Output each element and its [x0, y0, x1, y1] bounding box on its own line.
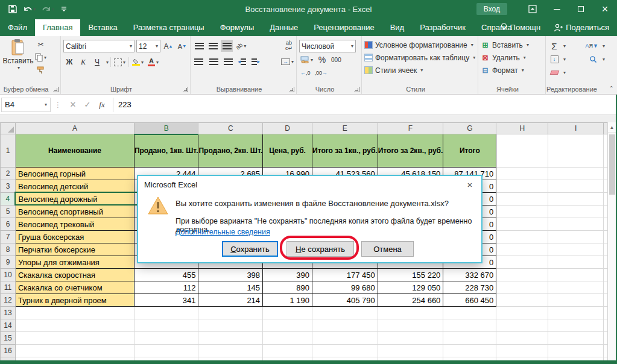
cell-F1[interactable]: Итого за 2кв., руб. — [378, 134, 443, 168]
align-right-icon[interactable] — [221, 55, 234, 67]
row-header-9[interactable]: 9 — [1, 256, 16, 269]
cut-icon[interactable]: ✂ — [34, 39, 48, 51]
row-header-2[interactable]: 2 — [1, 168, 16, 180]
number-format-select[interactable]: Числовой▾ — [299, 40, 356, 52]
cell-A9[interactable]: Упоры для отжимания — [15, 256, 134, 269]
tab-review[interactable]: Рецензирование — [306, 19, 382, 36]
cell-A11[interactable]: Скакалка со счетчиком — [15, 281, 134, 294]
percent-icon[interactable]: % — [316, 54, 328, 66]
cell-C13[interactable] — [198, 307, 263, 319]
cell-B16[interactable] — [134, 345, 198, 357]
cell-D12[interactable]: 1 190 — [263, 294, 312, 307]
cell-F12[interactable]: 254 660 — [378, 294, 443, 307]
align-middle-icon[interactable] — [207, 40, 219, 52]
row-header-15[interactable]: 15 — [1, 332, 16, 345]
format-painter-icon[interactable] — [34, 64, 48, 76]
cell-G11[interactable]: 228 730 — [443, 281, 496, 294]
decrease-indent-icon[interactable]: ◂ — [236, 55, 248, 67]
cell-H16[interactable] — [496, 345, 548, 357]
row-header-11[interactable]: 11 — [1, 281, 16, 294]
column-header-G[interactable]: G — [443, 123, 496, 134]
cell-G1[interactable]: Итого — [443, 134, 496, 168]
scrollbar-up-icon[interactable]: ▲ — [608, 122, 616, 133]
row-header-7[interactable]: 7 — [1, 231, 16, 243]
cell-H11[interactable] — [496, 281, 548, 294]
cell-A13[interactable] — [15, 307, 134, 319]
undo-icon[interactable]: ▾ — [23, 5, 36, 13]
column-header-F[interactable]: F — [378, 123, 443, 134]
font-size-select[interactable]: 12▾ — [136, 40, 160, 52]
cell-G14[interactable] — [443, 319, 496, 332]
decrease-decimal-icon[interactable]: ,00→ — [314, 67, 329, 79]
cancel-entry-icon[interactable]: ✕ — [66, 100, 80, 109]
align-center-icon[interactable] — [207, 55, 220, 67]
cell-A8[interactable]: Перчатки боксерские — [15, 243, 134, 256]
cell-E14[interactable] — [312, 319, 378, 332]
decrease-font-size-icon[interactable]: A▼ — [176, 40, 188, 52]
row-header-8[interactable]: 8 — [1, 243, 16, 256]
cell-F14[interactable] — [378, 319, 443, 332]
italic-button[interactable]: К — [77, 56, 89, 68]
cell-I16[interactable] — [548, 345, 604, 357]
close-button[interactable]: × — [593, 0, 617, 18]
borders-icon[interactable]: ▾ — [113, 56, 127, 68]
row-header-4[interactable]: 4 — [1, 193, 16, 206]
paste-button[interactable]: Вставить ▾ — [2, 39, 34, 76]
cell-H3[interactable] — [496, 180, 548, 193]
align-top-icon[interactable] — [193, 40, 205, 52]
font-family-select[interactable]: Calibri▾ — [63, 40, 134, 52]
cell-I2[interactable] — [548, 168, 604, 180]
cell-C16[interactable] — [198, 345, 263, 357]
insert-cells-button[interactable]: ⊞ Вставить▾ — [481, 39, 544, 51]
cell-A5[interactable]: Велосипед спортивный — [15, 206, 134, 218]
cell-I11[interactable] — [548, 281, 604, 294]
cell-styles-button[interactable]: Стили ячеек▾ — [364, 64, 476, 77]
tab-insert[interactable]: Вставка — [80, 19, 125, 36]
dialog-close-icon[interactable]: × — [460, 176, 480, 193]
cell-H4[interactable] — [496, 193, 548, 206]
cell-G12[interactable]: 660 450 — [443, 294, 496, 307]
name-box[interactable]: B4▾ — [1, 98, 51, 112]
save-icon[interactable] — [8, 5, 17, 13]
font-color-icon[interactable]: А ▾ — [147, 56, 160, 68]
cell-I3[interactable] — [548, 180, 604, 193]
confirm-entry-icon[interactable]: ✓ — [80, 100, 95, 109]
cell-C11[interactable]: 145 — [198, 281, 263, 294]
row-header-10[interactable]: 10 — [1, 269, 16, 281]
cell-H2[interactable] — [496, 168, 548, 180]
sign-in-button[interactable]: Вход — [476, 3, 507, 15]
cell-I10[interactable] — [548, 269, 604, 281]
format-cells-button[interactable]: ⊟ Формат▾ — [481, 64, 544, 77]
orientation-icon[interactable]: ab▾ — [235, 40, 247, 52]
wrap-text-icon[interactable]: abc↵ — [283, 40, 295, 52]
cell-A10[interactable]: Скакалка скоростная — [15, 269, 134, 281]
cell-A3[interactable]: Велосипед детский — [15, 180, 134, 193]
paste-dropdown-icon[interactable]: ▾ — [17, 65, 20, 71]
cell-C15[interactable] — [198, 332, 263, 345]
cell-B1[interactable]: Продано, 1кв. Шт. — [134, 134, 198, 168]
number-dialog-launcher-icon[interactable] — [354, 87, 359, 92]
tab-developer[interactable]: Разработчик — [412, 19, 473, 36]
row-header-14[interactable]: 14 — [1, 319, 16, 332]
cell-I4[interactable] — [548, 193, 604, 206]
row-header-13[interactable]: 13 — [1, 307, 16, 319]
cell-I1[interactable] — [548, 134, 604, 168]
cell-H12[interactable] — [496, 294, 548, 307]
cell-A2[interactable]: Велосипед горный — [15, 168, 134, 180]
increase-font-size-icon[interactable]: A▲ — [162, 40, 174, 52]
cancel-button[interactable]: Отмена — [361, 241, 414, 257]
cell-A16[interactable] — [15, 345, 134, 357]
tab-assistant[interactable]: Помощн — [495, 19, 546, 36]
cell-A1[interactable]: Наименование — [15, 134, 134, 168]
redo-dropdown-icon[interactable]: ▾ — [52, 7, 54, 12]
alignment-dialog-launcher-icon[interactable] — [289, 87, 294, 92]
cell-F16[interactable] — [378, 345, 443, 357]
cell-F10[interactable]: 155 220 — [378, 269, 443, 281]
cell-A14[interactable] — [15, 319, 134, 332]
fill-down-icon[interactable]: ↓ — [548, 53, 560, 65]
bold-button[interactable]: Ж — [63, 56, 75, 68]
cell-B10[interactable]: 455 — [134, 269, 198, 281]
cell-I5[interactable] — [548, 206, 604, 218]
cell-I15[interactable] — [548, 332, 604, 345]
cell-H14[interactable] — [496, 319, 548, 332]
